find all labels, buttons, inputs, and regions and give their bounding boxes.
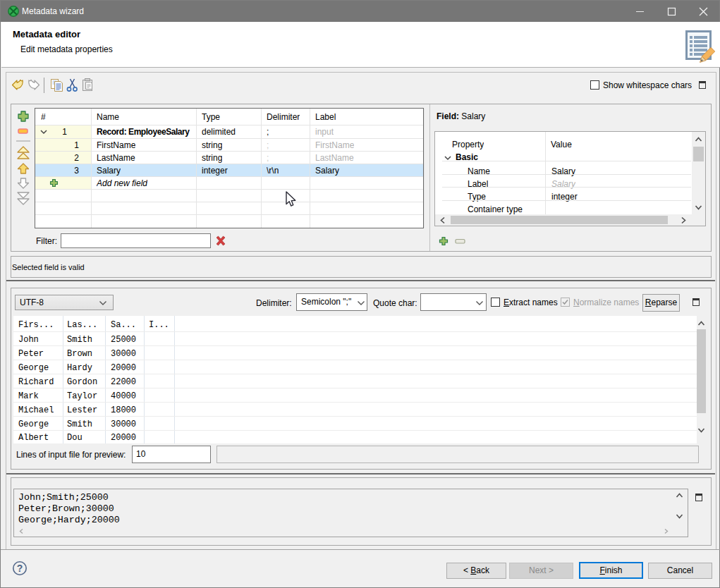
- svg-text:?: ?: [17, 563, 23, 574]
